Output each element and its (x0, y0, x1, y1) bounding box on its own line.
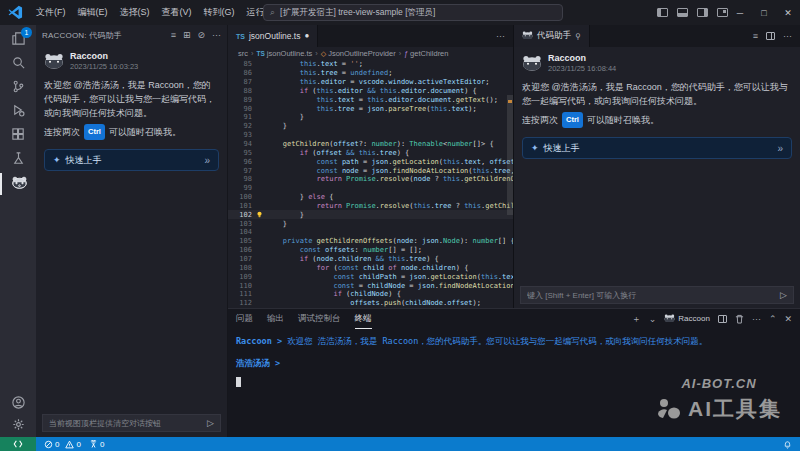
panel-tab-2[interactable]: 调试控制台 (298, 309, 341, 329)
code-line[interactable]: 91 } (228, 113, 513, 122)
summon-suffix: 可以随时召唤我。 (587, 113, 659, 127)
code-line[interactable]: 89 this.text = this.editor.document.getT… (228, 95, 513, 104)
code-line[interactable]: 87 this.editor = vscode.window.activeTex… (228, 78, 513, 87)
code-line[interactable]: 86 this.tree = undefined; (228, 69, 513, 78)
terminal-profile[interactable]: Raccoon (664, 314, 710, 325)
breadcrumb-item[interactable]: src (238, 49, 248, 58)
tab-jsonoutline[interactable]: TS jsonOutline.ts ● (228, 25, 318, 47)
lightbulb-icon[interactable] (252, 211, 266, 218)
code-line[interactable]: 107 if (node.children && this.tree) { (228, 255, 513, 264)
code-line[interactable]: 95 if (offset && this.tree) { (228, 148, 513, 157)
new-terminal-icon[interactable]: ＋ (632, 313, 641, 326)
maximize-button[interactable]: □ (752, 0, 776, 25)
code-line[interactable]: 99 (228, 184, 513, 193)
code-line[interactable]: 108 for (const child of node.children) { (228, 263, 513, 272)
quick-start-button[interactable]: ✦ 快速上手 » (522, 137, 792, 159)
code-line[interactable]: 101 return Promise.resolve(this.tree ? t… (228, 202, 513, 211)
breadcrumb-item[interactable]: ƒgetChildren (404, 49, 448, 58)
send-icon[interactable]: ▷ (207, 418, 214, 428)
line-number: 109 (228, 273, 252, 281)
settings-button[interactable] (0, 413, 36, 435)
customize-layout-icon[interactable] (717, 8, 728, 17)
sidebar-item-source-control[interactable] (0, 75, 36, 97)
code-line[interactable]: 102 } (228, 210, 513, 219)
split-terminal-icon[interactable] (718, 315, 727, 323)
menu-item-4[interactable]: 转到(G) (198, 3, 241, 22)
more-icon[interactable]: ··· (212, 30, 221, 40)
code-text: } (266, 122, 513, 130)
code-line[interactable]: 94 getChildren(offset?: number): Thenabl… (228, 140, 513, 149)
more-actions-icon[interactable]: ··· (496, 31, 505, 41)
new-chat-icon[interactable]: ⊞ (183, 30, 191, 40)
problems-status[interactable]: 0 0 (44, 440, 81, 449)
command-center-search[interactable]: ⌕ [扩展开发宿主] tree-view-sample [管理员] (263, 4, 563, 21)
toggle-panel-icon[interactable] (677, 8, 688, 17)
code-line[interactable]: 85 this.text = ''; (228, 60, 513, 69)
breadcrumb-item[interactable]: ◇JsonOutlineProvider (321, 49, 396, 58)
quick-start-icon: ✦ (531, 143, 539, 153)
trash-icon[interactable] (735, 314, 744, 324)
code-line[interactable]: 92 } (228, 122, 513, 131)
menu-item-2[interactable]: 选择(S) (114, 3, 156, 22)
sidebar-chat-input[interactable]: 当前视图顶栏提供清空对话按钮 ▷ (42, 414, 221, 432)
code-line[interactable]: 96 const path = json.getLocation(this.te… (228, 157, 513, 166)
sidebar-item-raccoon[interactable] (0, 173, 36, 195)
split-editor-icon[interactable] (766, 32, 775, 40)
code-line[interactable]: 90 this.tree = json.parseTree(this.text)… (228, 104, 513, 113)
toggle-secondary-sidebar-icon[interactable] (697, 8, 708, 17)
breadcrumb-label: JsonOutlineProvider (328, 49, 396, 58)
sidebar-item-extensions[interactable] (0, 123, 36, 145)
minimize-button[interactable]: ─ (728, 0, 752, 25)
maximize-panel-icon[interactable]: ⌃ (769, 314, 777, 324)
ts-file-icon: TS (257, 50, 265, 57)
ports-status[interactable]: 0 (89, 440, 104, 449)
more-actions-icon[interactable]: ··· (783, 31, 792, 41)
code-line[interactable]: 103 } (228, 219, 513, 228)
panel-tab-1[interactable]: 输出 (267, 309, 284, 329)
line-number: 101 (228, 202, 252, 210)
code-line[interactable]: 110 const = childNode = json.findNodeAtL… (228, 281, 513, 290)
panel-tab-3[interactable]: 终端 (355, 309, 372, 329)
more-actions-icon[interactable]: ··· (752, 314, 761, 324)
clear-chat-icon[interactable]: ⊘ (197, 30, 205, 40)
sidebar-item-run-debug[interactable] (0, 99, 36, 121)
breadcrumb-item[interactable]: TSjsonOutline.ts (257, 49, 313, 58)
chevron-down-icon[interactable]: ⌄ (649, 314, 657, 324)
terminal[interactable]: Raccoon > 欢迎您 浩浩汤汤，我是 Raccoon，您的代码助手。您可以… (228, 329, 800, 376)
account-button[interactable] (0, 391, 36, 413)
code-line[interactable]: 93 (228, 131, 513, 140)
history-icon[interactable]: ≡ (171, 30, 176, 40)
panel-tab-0[interactable]: 问题 (236, 309, 253, 329)
sidebar-item-explorer[interactable]: 1 (0, 27, 36, 49)
code-editor[interactable]: 85 this.text = '';86 this.tree = undefin… (228, 60, 513, 308)
code-line[interactable]: 106 const offsets: number[] = []; (228, 246, 513, 255)
notifications-button[interactable] (783, 439, 792, 449)
code-line[interactable]: 88 if (this.editor && this.editor.docume… (228, 87, 513, 96)
list-icon[interactable]: ≡ (753, 31, 758, 41)
code-line[interactable]: 112 offsets.push(childNode.offset); (228, 299, 513, 308)
close-panel-icon[interactable]: ✕ (784, 314, 792, 324)
pin-icon[interactable]: ⚲ (575, 32, 581, 41)
toggle-sidebar-icon[interactable] (657, 8, 668, 17)
tab-assistant[interactable]: 代码助手 ⚲ (514, 25, 590, 47)
code-line[interactable]: 105 private getChildrenOffsets(node: jso… (228, 237, 513, 246)
menu-item-1[interactable]: 编辑(E) (72, 3, 114, 22)
send-icon[interactable]: ▷ (780, 290, 787, 300)
sidebar-item-search[interactable] (0, 51, 36, 73)
code-line[interactable]: 100 } else { (228, 193, 513, 202)
editor-scrollbar[interactable] (507, 95, 513, 215)
close-button[interactable]: ✕ (776, 0, 800, 25)
menu-item-3[interactable]: 查看(V) (156, 3, 198, 22)
code-line[interactable]: 104 (228, 228, 513, 237)
assistant-chat-input[interactable]: 键入 [Shift + Enter] 可输入换行 ▷ (520, 286, 794, 304)
menu-item-0[interactable]: 文件(F) (30, 3, 72, 22)
code-line[interactable]: 97 const node = json.findNodeAtLocation(… (228, 166, 513, 175)
code-line[interactable]: 109 const childPath = json.getLocation(t… (228, 272, 513, 281)
line-number: 111 (228, 290, 252, 298)
quick-start-button[interactable]: ✦ 快速上手 » (44, 149, 219, 171)
sidebar-item-testing[interactable] (0, 147, 36, 169)
remote-indicator[interactable] (0, 437, 36, 451)
code-line[interactable]: 98 return Promise.resolve(node ? this.ge… (228, 175, 513, 184)
code-line[interactable]: 111 if (childNode) { (228, 290, 513, 299)
extensions-icon (11, 127, 26, 142)
